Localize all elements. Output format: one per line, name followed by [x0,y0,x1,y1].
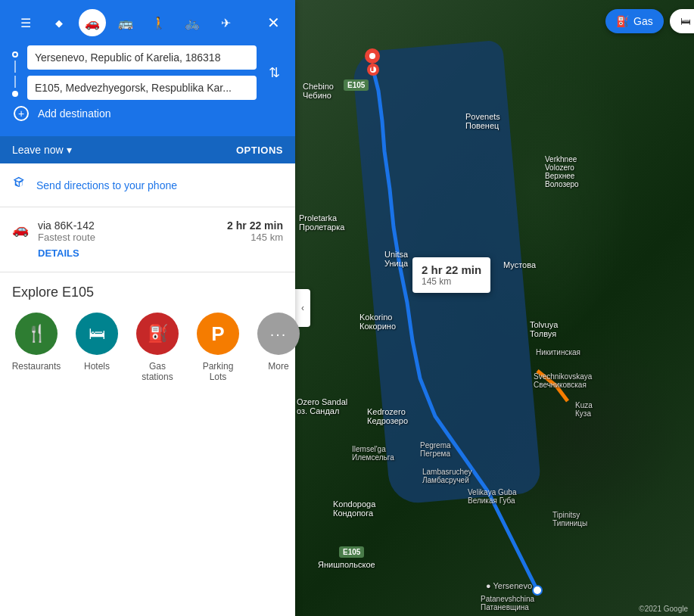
route-name: via 86K-142 [38,219,218,232]
svg-point-4 [369,53,375,59]
leave-now-label: Leave now [12,144,64,156]
sidebar-header: ☰ ◆ 🚗 🚌 🚶 🚲 ✈ ✕ ⇅ [0,0,295,136]
options-bar: Leave now ▾ OPTIONS [0,136,295,163]
hotels-label: Hotels [84,361,110,372]
restaurants-icon: 🍴 [15,313,58,355]
destination-dot [12,91,18,97]
route-option: 🚗 via 86K-142 Fastest route DETAILS 2 hr… [0,207,295,272]
tooltip-distance: 145 km [422,276,481,287]
route-tooltip: 2 hr 22 min 145 km [412,257,490,293]
car-icon-button[interactable]: 🚗 [79,9,106,36]
header-top-row: ☰ ◆ 🚗 🚌 🚶 🚲 ✈ ✕ [12,9,283,36]
route-time: 2 hr 22 min [227,219,283,232]
add-destination-row[interactable]: + Add destination [12,103,283,124]
tooltip-time: 2 hr 22 min [422,263,481,276]
filter-hotels-button[interactable]: 🛏 Hotels [670,9,694,33]
menu-button[interactable]: ☰ [12,9,39,36]
chevron-down-icon: ▾ [67,144,72,156]
e105-road-label: E105 [344,79,369,91]
details-link[interactable]: DETAILS [38,247,79,259]
explore-icons-row: 🍴 Restaurants 🛏 Hotels ⛽ Gas stations P … [12,313,283,382]
route-svg [295,0,694,616]
explore-item-gas-stations[interactable]: ⛽ Gas stations [133,313,182,382]
destination-pin [363,47,381,74]
route-dots [12,45,18,97]
explore-section: Explore E105 🍴 Restaurants 🛏 Hotels ⛽ Ga… [0,272,295,394]
close-button[interactable]: ✕ [264,11,283,35]
route-inputs [27,45,257,100]
gas-stations-label: Gas stations [133,361,182,382]
origin-input[interactable] [27,45,257,70]
sidebar: ☰ ◆ 🚗 🚌 🚶 🚲 ✈ ✕ ⇅ [0,0,295,616]
map-copyright: ©2021 Google [639,605,688,613]
route-sub: Fastest route [38,232,218,243]
route-time-col: 2 hr 22 min 145 km [227,219,283,243]
add-destination-icon: + [14,106,29,121]
nav-icons: ☰ ◆ 🚗 🚌 🚶 🚲 ✈ [12,9,239,36]
leave-now-button[interactable]: Leave now ▾ [12,144,72,156]
gas-filter-icon: ⛽ [616,15,629,27]
add-destination-label: Add destination [38,107,111,120]
walk-icon-button[interactable]: 🚶 [145,9,173,36]
parking-lots-label: Parking Lots [194,361,242,382]
gas-stations-icon: ⛽ [136,313,179,355]
route-details: via 86K-142 Fastest route DETAILS [38,219,218,260]
send-directions-label: Send directions to your phone [36,179,177,191]
explore-item-parking-lots[interactable]: P Parking Lots [194,313,242,382]
more-label: More [268,361,288,372]
explore-item-hotels[interactable]: 🛏 Hotels [73,313,121,382]
send-icon [12,176,27,194]
transit-icon-button[interactable]: 🚌 [112,9,139,36]
e105-road-label-2: E105 [339,546,364,558]
hotels-icon: 🛏 [76,313,118,355]
filter-bar: ⛽ Gas 🛏 Hotels 🏠 Rest stops 🔍 More [605,9,694,33]
bike-icon-button[interactable]: 🚲 [179,9,206,36]
navigation-icon-button[interactable]: ◆ [45,9,73,36]
flight-icon-button[interactable]: ✈ [212,9,239,36]
route-input-container: ⇅ [12,45,283,100]
send-directions-row[interactable]: Send directions to your phone [0,163,295,207]
route-line-2 [14,76,16,88]
route-line [14,61,16,73]
route-distance: 145 km [227,232,283,243]
explore-title: Explore E105 [12,285,283,300]
destination-input[interactable] [27,76,257,100]
route-option-row: 🚗 via 86K-142 Fastest route DETAILS 2 hr… [12,219,283,260]
explore-item-restaurants[interactable]: 🍴 Restaurants [12,313,61,382]
gas-filter-label: Gas [633,15,653,27]
svg-point-2 [533,586,542,595]
restaurants-label: Restaurants [12,361,61,372]
map-area[interactable]: E105 ChebinoЧебино PovenetsПовенец Verkh… [295,0,694,616]
hotels-filter-icon: 🛏 [680,15,691,27]
parking-lots-icon: P [197,313,239,355]
swap-button[interactable]: ⇅ [266,61,283,84]
options-button[interactable]: OPTIONS [236,145,283,156]
more-explore-icon: ··· [257,313,300,355]
explore-item-more[interactable]: ··· More [254,313,303,382]
origin-dot [12,51,18,58]
car-route-icon: 🚗 [12,221,29,238]
filter-gas-button[interactable]: ⛽ Gas [605,9,664,33]
